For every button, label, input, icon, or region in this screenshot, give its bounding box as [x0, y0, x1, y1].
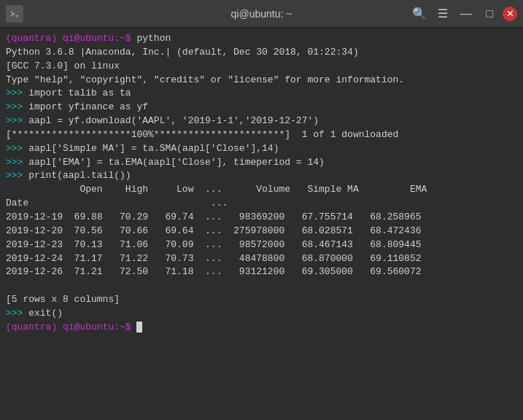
line-10: >>> aapl['EMA'] = ta.EMA(aapl['Close'], … [6, 156, 517, 170]
line-3: [GCC 7.3.0] on linux [6, 60, 517, 74]
line-11: >>> print(aapl.tail()) [6, 169, 517, 183]
maximize-button[interactable]: □ [479, 4, 500, 24]
minimize-button[interactable]: — [456, 4, 476, 24]
table-header: Open High Low ... Volume Simple MA EMA [6, 183, 517, 197]
line-1: (quantra) qi@ubuntu:~$ python [6, 32, 517, 46]
exit-line: >>> exit() [6, 307, 517, 321]
line-8: [*********************100%**************… [6, 128, 517, 142]
rows-info: [5 rows x 8 columns] [6, 293, 517, 307]
terminal-output: (quantra) qi@ubuntu:~$ python Python 3.6… [0, 28, 523, 420]
title-controls: 🔍 ☰ — □ ✕ [409, 4, 517, 24]
line-4: Type "help", "copyright", "credits" or "… [6, 74, 517, 88]
table-row-4: 2019-12-24 71.17 71.22 70.73 ... 4847880… [6, 252, 517, 266]
table-row-1: 2019-12-19 69.88 70.29 69.74 ... 9836920… [6, 211, 517, 225]
table-row-3: 2019-12-23 70.13 71.06 70.09 ... 9857200… [6, 238, 517, 252]
line-7: >>> aapl = yf.download('AAPL', '2019-1-1… [6, 114, 517, 128]
line-2: Python 3.6.8 |Anaconda, Inc.| (default, … [6, 46, 517, 60]
window-title: qi@ubuntu: ~ [231, 8, 293, 20]
table-date-label: Date ... [6, 197, 517, 211]
line-9: >>> aapl['Simple MA'] = ta.SMA(aapl['Clo… [6, 142, 517, 156]
blank-line [6, 279, 517, 293]
menu-button[interactable]: ☰ [433, 4, 453, 24]
title-bar: qi@ubuntu: ~ 🔍 ☰ — □ ✕ [0, 0, 523, 28]
line-6: >>> import yfinance as yf [6, 101, 517, 114]
table-row-2: 2019-12-20 70.56 70.66 69.64 ... 2759780… [6, 225, 517, 238]
title-left [6, 5, 23, 23]
final-prompt: (quantra) qi@ubuntu:~$ [6, 321, 517, 335]
table-row-5: 2019-12-26 71.21 72.50 71.18 ... 9312120… [6, 265, 517, 279]
close-button[interactable]: ✕ [503, 7, 517, 21]
search-button[interactable]: 🔍 [409, 4, 430, 24]
line-5: >>> import talib as ta [6, 87, 517, 101]
terminal-icon [6, 5, 23, 23]
